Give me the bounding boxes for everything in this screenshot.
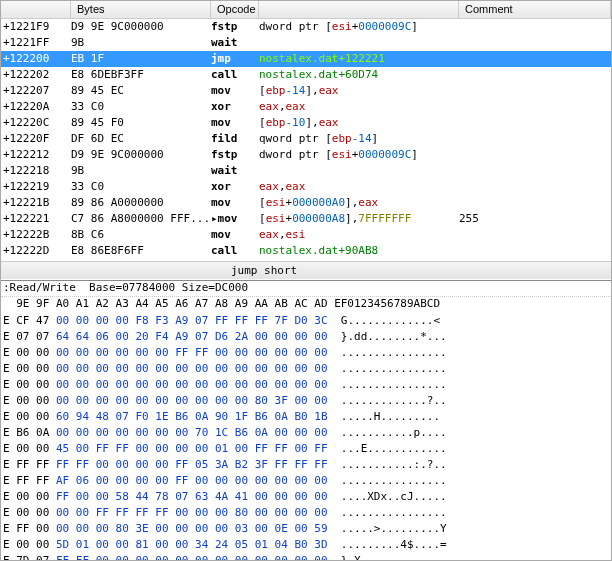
row-operands: nostalex.dat+90AB8 — [259, 243, 459, 259]
row-opcode: mov — [211, 195, 259, 211]
hex-row[interactable]: E FF FF FF FF 00 00 00 00 FF 05 3A B2 3F… — [1, 457, 611, 473]
disassembly-row[interactable]: +12220789 45 ECmov[ebp-14],eax — [1, 83, 611, 99]
row-address: +122221 — [1, 211, 71, 227]
row-address: +12220A — [1, 99, 71, 115]
row-operands: nostalex.dat+122221 — [259, 51, 459, 67]
hex-row[interactable]: E 00 00 FF 00 00 58 44 78 07 63 4A 41 00… — [1, 489, 611, 505]
disassembly-row[interactable]: +12222DE8 86E8F6FFcallnostalex.dat+90AB8 — [1, 243, 611, 259]
row-address: +122200 — [1, 51, 71, 67]
disassembly-row[interactable]: +122200EB 1Fjmpnostalex.dat+122221 — [1, 51, 611, 67]
row-opcode: jmp — [211, 51, 259, 67]
status-bar: jump short — [1, 261, 611, 279]
row-operands: qword ptr [ebp-14] — [259, 131, 459, 147]
row-address: +12220F — [1, 131, 71, 147]
row-bytes: 9B — [71, 35, 211, 51]
row-address: +1221F9 — [1, 19, 71, 35]
hex-row[interactable]: E 00 00 00 00 00 00 00 00 00 00 00 00 00… — [1, 361, 611, 377]
row-address: +12220C — [1, 115, 71, 131]
disassembly-row[interactable]: +1222189Bwait — [1, 163, 611, 179]
disassembly-row[interactable]: +12221B89 86 A0000000mov[esi+000000A0],e… — [1, 195, 611, 211]
row-address: +122218 — [1, 163, 71, 179]
row-comment: 255 — [459, 211, 611, 227]
col-header-comment[interactable]: Comment — [459, 1, 611, 18]
row-operands: [esi+000000A8],7FFFFFFF — [259, 211, 459, 227]
hex-row[interactable]: E 00 00 00 00 FF FF FF FF 00 00 00 80 00… — [1, 505, 611, 521]
row-address: +122212 — [1, 147, 71, 163]
row-opcode: mov — [211, 115, 259, 131]
col-header-addr[interactable] — [1, 1, 71, 18]
row-operands: bl,01 — [259, 259, 459, 261]
row-opcode: call — [211, 243, 259, 259]
hex-row[interactable]: E 07 07 64 64 06 00 20 F4 A9 07 D6 2A 00… — [1, 329, 611, 345]
row-operands — [259, 35, 459, 51]
row-opcode: mov — [211, 83, 259, 99]
hex-row[interactable]: E 00 00 60 94 48 07 F0 1E B6 0A 90 1F B6… — [1, 409, 611, 425]
row-address: +122207 — [1, 83, 71, 99]
row-bytes: 8B C6 — [71, 227, 211, 243]
col-header-opcode[interactable]: Opcode — [211, 1, 259, 18]
row-opcode: ▸mov — [211, 211, 259, 227]
hexdump-pane[interactable]: :Read/Write Base=07784000 Size=DC000 9E … — [1, 281, 611, 561]
row-operands: [esi+000000A0],eax — [259, 195, 459, 211]
col-header-operands[interactable] — [259, 1, 459, 18]
disassembly-row[interactable]: +12221933 C0xoreax,eax — [1, 179, 611, 195]
disassembly-row[interactable]: +12220FDF 6D ECfildqword ptr [ebp-14] — [1, 131, 611, 147]
disassembly-row[interactable]: +1221FF9Bwait — [1, 35, 611, 51]
hex-row[interactable]: E 00 00 5D 01 00 00 81 00 00 34 24 05 01… — [1, 537, 611, 553]
row-bytes: 89 45 F0 — [71, 115, 211, 131]
row-operands: [ebp-10],eax — [259, 115, 459, 131]
disassembly-row[interactable]: +1221F9D9 9E 9C000000fstpdword ptr [esi+… — [1, 19, 611, 35]
disassembly-pane[interactable]: Bytes Opcode Comment +1221F9D9 9E 9C0000… — [1, 1, 611, 281]
row-opcode: wait — [211, 163, 259, 179]
row-operands: eax,eax — [259, 99, 459, 115]
hex-row[interactable]: E CF 47 00 00 00 00 F8 F3 A9 07 FF FF FF… — [1, 313, 611, 329]
row-comment — [459, 195, 611, 211]
row-bytes: DF 6D EC — [71, 131, 211, 147]
row-bytes: D9 9E 9C000000 — [71, 147, 211, 163]
row-opcode: fstp — [211, 19, 259, 35]
hex-row[interactable]: E B6 0A 00 00 00 00 00 00 00 70 1C B6 0A… — [1, 425, 611, 441]
disassembly-row[interactable]: +12222B8B C6moveax,esi — [1, 227, 611, 243]
hex-row[interactable]: E 00 00 00 00 00 00 00 00 FF FF 00 00 00… — [1, 345, 611, 361]
row-comment — [459, 243, 611, 259]
row-bytes: 9B — [71, 163, 211, 179]
hexdump-rows[interactable]: E CF 47 00 00 00 00 F8 F3 A9 07 FF FF FF… — [1, 313, 611, 561]
hex-row[interactable]: E 00 00 00 00 00 00 00 00 00 00 00 00 00… — [1, 377, 611, 393]
hexdump-title: :Read/Write Base=07784000 Size=DC000 — [1, 281, 611, 297]
row-comment — [459, 67, 611, 83]
disassembly-rows[interactable]: +1221F9D9 9E 9C000000fstpdword ptr [esi+… — [1, 19, 611, 261]
row-comment — [459, 35, 611, 51]
disassembly-row[interactable]: +12220A33 C0xoreax,eax — [1, 99, 611, 115]
row-operands — [259, 163, 459, 179]
hex-row[interactable]: E 00 00 00 00 00 00 00 00 00 00 00 00 80… — [1, 393, 611, 409]
hex-row[interactable]: E FF 00 00 00 00 80 3E 00 00 00 00 03 00… — [1, 521, 611, 537]
row-bytes: E8 86E8F6FF — [71, 243, 211, 259]
row-opcode: mov — [211, 227, 259, 243]
row-operands: dword ptr [esi+0000009C] — [259, 147, 459, 163]
row-address: +12222B — [1, 227, 71, 243]
row-bytes: B3 01 — [71, 259, 211, 261]
row-address: +12221B — [1, 195, 71, 211]
row-comment — [459, 163, 611, 179]
row-operands: nostalex.dat+60D74 — [259, 67, 459, 83]
row-bytes: C7 86 A8000000 FFF... — [71, 211, 211, 227]
disassembly-row[interactable]: +122232B3 01movbl,011 — [1, 259, 611, 261]
row-opcode: wait — [211, 35, 259, 51]
disassembly-row[interactable]: +122212D9 9E 9C000000fstpdword ptr [esi+… — [1, 147, 611, 163]
disassembly-row[interactable]: +122202E8 6DEBF3FFcallnostalex.dat+60D74 — [1, 67, 611, 83]
row-bytes: D9 9E 9C000000 — [71, 19, 211, 35]
row-comment — [459, 179, 611, 195]
row-opcode: call — [211, 67, 259, 83]
row-opcode: fild — [211, 131, 259, 147]
row-opcode: xor — [211, 179, 259, 195]
row-operands: dword ptr [esi+0000009C] — [259, 19, 459, 35]
hex-row[interactable]: E 00 00 45 00 FF FF 00 00 00 00 01 00 FF… — [1, 441, 611, 457]
row-address: +122232 — [1, 259, 71, 261]
disassembly-row[interactable]: +12220C89 45 F0mov[ebp-10],eax — [1, 115, 611, 131]
row-comment — [459, 131, 611, 147]
hex-row[interactable]: E 7D 07 FF FF 00 00 00 00 00 00 00 00 00… — [1, 553, 611, 561]
disassembly-row[interactable]: +122221C7 86 A8000000 FFF...▸mov[esi+000… — [1, 211, 611, 227]
hex-row[interactable]: E FF FF AF 06 00 00 00 00 FF 00 00 00 00… — [1, 473, 611, 489]
col-header-bytes[interactable]: Bytes — [71, 1, 211, 18]
row-address: +1221FF — [1, 35, 71, 51]
